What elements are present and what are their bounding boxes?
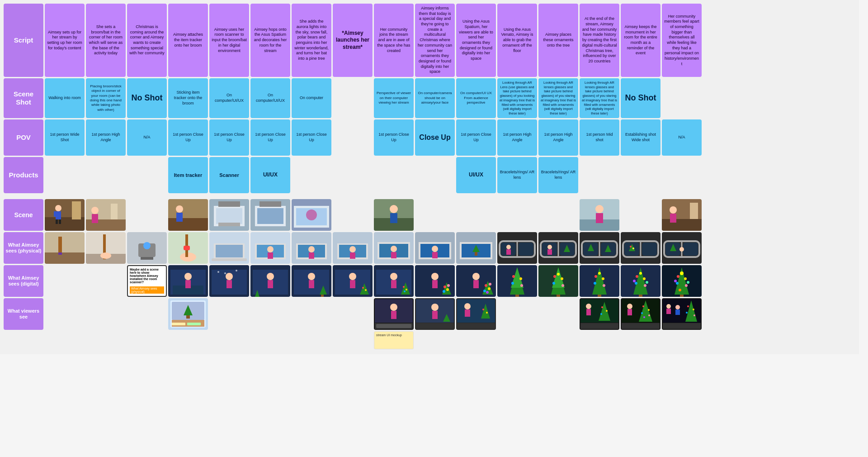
scene-img-5	[209, 199, 249, 231]
svg-point-220	[639, 272, 642, 275]
svg-rect-43	[670, 214, 676, 223]
svg-point-171	[404, 290, 406, 292]
viewer-img-16	[662, 298, 702, 330]
products-cells: Item tracker Scanner UI/UX UI/UX Bracele…	[45, 157, 855, 193]
extra-8	[333, 331, 373, 349]
svg-rect-40	[662, 219, 702, 231]
viewer-img-row: What viewers see	[4, 298, 855, 330]
svg-point-148	[267, 273, 274, 280]
extra-6	[250, 331, 290, 349]
svg-point-159	[349, 273, 356, 280]
scene-img-16	[662, 199, 702, 231]
script-cell-16: Her community members feel apart of some…	[662, 4, 702, 77]
viewer-img-5	[209, 298, 249, 330]
viewer-img-3	[127, 298, 167, 330]
scene-img-6	[250, 199, 290, 231]
products-cell-13: Bracelets/rings/ AR lens	[538, 157, 578, 193]
viewer-img-8	[333, 298, 373, 330]
svg-point-33	[390, 205, 398, 213]
products-cell-4: Item tracker	[168, 157, 208, 193]
scene-img-4	[168, 199, 208, 231]
scene-img-10	[415, 199, 455, 231]
svg-rect-205	[557, 295, 560, 297]
svg-point-187	[489, 283, 491, 286]
pov-cell-15: Establishing shot Wide shot	[621, 119, 660, 156]
svg-point-177	[446, 288, 449, 291]
svg-rect-160	[350, 280, 355, 288]
svg-rect-15	[168, 218, 208, 231]
pov-cell-5: 1st person Close Up	[209, 119, 249, 156]
svg-point-193	[519, 277, 522, 280]
pov-cell-9: 1st person Close Up	[374, 119, 414, 156]
viewer-img-2	[86, 298, 126, 330]
dig-img-label: What Aimsey sees (digital)	[4, 265, 43, 297]
svg-point-216	[636, 275, 638, 278]
svg-rect-246	[391, 311, 396, 319]
extra-2	[86, 331, 126, 349]
svg-point-82	[391, 246, 397, 252]
svg-point-162	[362, 287, 364, 289]
svg-point-229	[685, 284, 688, 287]
scene-shot-cells: Walking into room Placing broom/stick ob…	[45, 78, 855, 118]
dig-img-11	[456, 265, 496, 297]
viewer-img-label: What viewers see	[4, 298, 43, 330]
svg-point-99	[506, 245, 511, 249]
scene-img-14	[580, 199, 619, 231]
scene-img-3	[127, 199, 167, 231]
viewer-img-1	[45, 298, 85, 330]
pov-cell-6: 1st person Close Up	[250, 119, 290, 156]
svg-point-166	[390, 273, 397, 280]
scene-img-label: Scene	[4, 199, 43, 231]
script-cell-10: Aimsey informs them that today is a spec…	[415, 4, 455, 77]
svg-point-278	[648, 309, 650, 311]
products-cell-7	[292, 157, 331, 193]
extra-9: stream UI mockup	[374, 331, 414, 349]
svg-rect-73	[309, 252, 314, 259]
dig-img-3: Maybe add a scene here to show how/where…	[127, 265, 167, 297]
svg-point-181	[472, 273, 480, 280]
svg-rect-120	[642, 243, 657, 256]
scene-img-1	[45, 199, 85, 231]
dig-img-7	[292, 265, 331, 297]
scene-shot-cell-12: Looking through AR Lens (use glasses and…	[497, 78, 537, 118]
viewer-img-6	[250, 298, 290, 330]
scene-shot-cell-14: Looking through AR lenses glasses and ta…	[580, 78, 619, 118]
scene-shot-cell-4: Sticking item tracker onto the broom	[168, 78, 208, 118]
svg-rect-256	[457, 299, 495, 323]
products-cell-15	[621, 157, 660, 193]
svg-point-227	[684, 277, 687, 280]
pov-cell-12: 1st person High Angle	[497, 119, 537, 156]
pov-cell-2: 1st person High Angle	[86, 119, 126, 156]
svg-point-217	[643, 277, 646, 280]
svg-rect-59	[184, 246, 190, 250]
svg-rect-213	[598, 295, 601, 297]
products-cell-3	[127, 157, 167, 193]
phys-img-label: What Aimsey sees (physical)	[4, 232, 43, 264]
svg-rect-128	[683, 243, 698, 256]
products-cell-1	[45, 157, 85, 193]
svg-rect-252	[432, 311, 438, 319]
svg-point-204	[557, 273, 560, 276]
phys-img-2	[86, 232, 126, 264]
svg-point-184	[485, 284, 487, 287]
svg-point-274	[627, 304, 632, 309]
svg-rect-5	[54, 211, 56, 217]
scene-shot-cell-9: Perspective of viewer on their computer …	[374, 78, 414, 118]
script-cell-11: Using the Asus Spatium, her viewers are …	[456, 4, 496, 77]
svg-rect-100	[506, 249, 511, 255]
svg-rect-38	[596, 213, 603, 223]
svg-point-16	[176, 205, 183, 213]
scene-shot-cell-6: On computer/UI/UX	[250, 78, 290, 118]
svg-rect-11	[111, 204, 118, 219]
extra-1	[45, 331, 85, 349]
svg-rect-62	[216, 245, 243, 257]
svg-point-195	[520, 284, 523, 287]
svg-point-144	[236, 270, 237, 271]
svg-rect-275	[627, 309, 632, 315]
pov-cell-1: 1st person Wide Shot	[45, 119, 85, 156]
svg-point-153	[308, 273, 315, 280]
svg-rect-182	[473, 280, 479, 288]
svg-point-54	[143, 242, 151, 249]
phys-img-1	[45, 232, 85, 264]
svg-rect-8	[59, 219, 61, 224]
